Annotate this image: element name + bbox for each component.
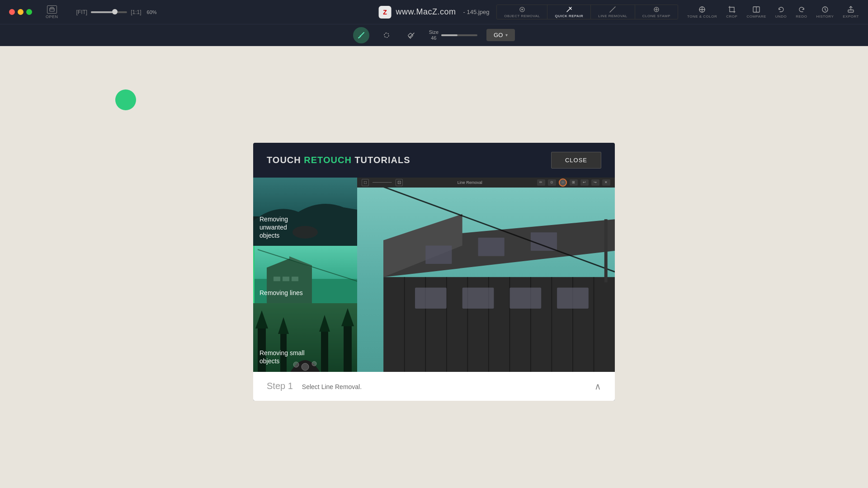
svg-point-2 bbox=[521, 9, 523, 10]
go-button[interactable]: GO ▾ bbox=[486, 29, 515, 41]
app-title: www.MacZ.com bbox=[396, 7, 456, 17]
open-button[interactable]: OPEN bbox=[46, 5, 58, 19]
app-logo: Z bbox=[379, 6, 392, 19]
eraser-tool[interactable] bbox=[404, 27, 420, 43]
tutorial-item-label-2: Removing lines bbox=[259, 289, 303, 297]
preview-btn-close[interactable]: ✕ bbox=[602, 179, 610, 186]
tutorial-item-removing-unwanted[interactable]: Removingunwantedobjects bbox=[253, 178, 357, 246]
svg-rect-8 bbox=[408, 33, 413, 38]
green-indicator bbox=[115, 89, 136, 110]
svg-rect-48 bbox=[509, 287, 541, 309]
tutorial-title: TOUCH RETOUCH TUTORIALS bbox=[267, 155, 410, 165]
preview-tool-icon: □ bbox=[362, 179, 369, 186]
undo-button[interactable]: UNDO bbox=[775, 5, 787, 19]
step-content: Step 1 Select Line Removal. bbox=[267, 381, 362, 391]
size-label: Size bbox=[429, 29, 439, 35]
step-text: Select Line Removal. bbox=[302, 383, 362, 390]
zoom-max-label: [1:1] bbox=[131, 9, 141, 15]
svg-rect-50 bbox=[425, 245, 452, 264]
crop-button[interactable]: CROP bbox=[726, 5, 737, 19]
zoom-value: 60% bbox=[147, 9, 157, 15]
preview-btn-3[interactable]: ○ bbox=[559, 178, 567, 187]
preview-btn-1[interactable]: ✏ bbox=[537, 179, 545, 186]
open-label: OPEN bbox=[46, 14, 58, 19]
step-number: Step 1 bbox=[267, 381, 293, 391]
svg-rect-0 bbox=[50, 8, 54, 11]
lasso-tool[interactable] bbox=[378, 27, 395, 43]
preview-btn-redo[interactable]: ↪ bbox=[591, 179, 599, 186]
close-traffic-light[interactable] bbox=[9, 9, 15, 15]
close-button[interactable]: CLOSE bbox=[551, 152, 601, 169]
export-button[interactable]: EXPORT bbox=[843, 5, 859, 19]
tool-clone-stamp[interactable]: CLONE STAMP bbox=[635, 5, 678, 19]
compare-button[interactable]: COMPARE bbox=[746, 5, 766, 19]
topbar-right: OBJECT REMOVAL QUICK REPAIR LINE REMOVAL… bbox=[496, 5, 859, 19]
tutorial-panel: TOUCH RETOUCH TUTORIALS CLOSE bbox=[253, 143, 615, 401]
subtoolbar: Size 46 GO ▾ bbox=[0, 24, 868, 46]
topbar-left: OPEN [FIT] [1:1] 60% bbox=[9, 5, 157, 19]
building-photo-area bbox=[357, 188, 615, 372]
preview-tool-icon2: ⊡ bbox=[396, 179, 403, 186]
svg-point-7 bbox=[359, 35, 361, 37]
preview-btn-copy[interactable]: ⊞ bbox=[570, 179, 578, 186]
preview-toolbar-left: □ ────── ⊡ bbox=[362, 179, 403, 186]
traffic-lights bbox=[9, 9, 32, 15]
tool-quick-repair[interactable]: QUICK REPAIR bbox=[547, 5, 591, 19]
preview-btn-2[interactable]: ⊙ bbox=[548, 179, 556, 186]
zoom-slider[interactable] bbox=[91, 11, 127, 13]
size-slider[interactable] bbox=[441, 34, 477, 36]
history-button[interactable]: HISTORY bbox=[816, 5, 834, 19]
step-chevron-icon[interactable]: ∧ bbox=[594, 381, 601, 392]
filename: - 145.jpeg bbox=[463, 9, 490, 15]
topbar: OPEN [FIT] [1:1] 60% Z www.MacZ.com - 14… bbox=[0, 0, 868, 24]
main-area: TOUCH RETOUCH TUTORIALS CLOSE bbox=[0, 46, 868, 488]
tutorial-preview: □ ────── ⊡ Line Removal ✏ ⊙ ○ ⊞ ↩ ↪ bbox=[357, 178, 615, 372]
svg-rect-47 bbox=[462, 287, 494, 309]
size-value: 46 bbox=[431, 35, 436, 41]
redo-button[interactable]: REDO bbox=[796, 5, 807, 19]
tutorial-body: Removingunwantedobjects bbox=[253, 178, 615, 372]
zoom-min-label: [FIT] bbox=[76, 9, 88, 15]
svg-rect-54 bbox=[604, 219, 608, 282]
tutorial-sidebar: Removingunwantedobjects bbox=[253, 178, 357, 372]
tutorial-item-removing-lines[interactable]: Removing lines bbox=[253, 246, 357, 303]
tutorial-item-label-3: Removing smallobjects bbox=[259, 349, 305, 365]
preview-btn-undo[interactable]: ↩ bbox=[580, 179, 589, 186]
tool-line-removal[interactable]: LINE REMOVAL bbox=[591, 5, 635, 19]
preview-toolbar: □ ────── ⊡ Line Removal ✏ ⊙ ○ ⊞ ↩ ↪ bbox=[357, 178, 615, 188]
zoom-controls: [FIT] [1:1] 60% bbox=[76, 9, 157, 15]
open-icon bbox=[47, 5, 57, 14]
minimize-traffic-light[interactable] bbox=[18, 9, 24, 15]
svg-rect-6 bbox=[848, 10, 854, 12]
preview-toolbar-right: ✏ ⊙ ○ ⊞ ↩ ↪ ✕ bbox=[537, 178, 610, 187]
topbar-center: Z www.MacZ.com - 145.jpeg bbox=[379, 6, 490, 19]
svg-rect-46 bbox=[415, 287, 447, 309]
svg-rect-52 bbox=[531, 232, 557, 251]
tutorial-item-removing-small[interactable]: Removing smallobjects bbox=[253, 303, 357, 372]
tone-color-button[interactable]: TONE & COLOR bbox=[687, 5, 717, 19]
size-control: Size 46 bbox=[429, 29, 477, 41]
tool-object-removal[interactable]: OBJECT REMOVAL bbox=[497, 5, 547, 19]
tutorial-item-label-1: Removingunwantedobjects bbox=[259, 215, 288, 240]
brush-tool[interactable] bbox=[353, 27, 369, 43]
svg-rect-51 bbox=[478, 237, 505, 256]
svg-rect-49 bbox=[557, 287, 589, 309]
tutorial-header: TOUCH RETOUCH TUTORIALS CLOSE bbox=[253, 143, 615, 178]
fullscreen-traffic-light[interactable] bbox=[26, 9, 32, 15]
tutorial-step: Step 1 Select Line Removal. ∧ bbox=[253, 372, 615, 401]
